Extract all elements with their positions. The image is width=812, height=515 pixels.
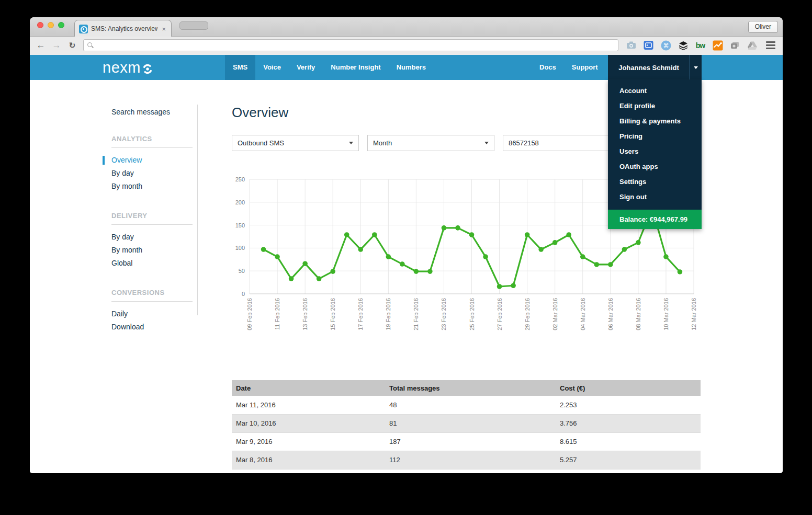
svg-text:13 Feb 2016: 13 Feb 2016: [302, 298, 308, 330]
back-icon[interactable]: ←: [35, 41, 47, 50]
svg-text:12 Mar 2016: 12 Mar 2016: [691, 298, 697, 330]
svg-text:50: 50: [239, 268, 245, 274]
sidebar-search-messages-link[interactable]: Search messages: [111, 108, 193, 116]
nav-item-voice[interactable]: Voice: [255, 55, 289, 80]
price-tag-icon[interactable]: [643, 40, 654, 51]
close-window-button[interactable]: [37, 22, 43, 28]
table-cell: 48: [385, 396, 556, 414]
window-controls: [37, 22, 64, 28]
nav-item-support[interactable]: Support: [564, 55, 606, 80]
nav-item-numbers[interactable]: Numbers: [389, 55, 434, 80]
svg-text:21 Feb 2016: 21 Feb 2016: [413, 298, 419, 330]
sidebar-item-analytics-by-day[interactable]: By day: [111, 167, 193, 180]
svg-text:100: 100: [235, 245, 245, 251]
main-nav: SMS Voice Verify Number Insight Numbers: [225, 55, 434, 80]
table-column-header: Cost (€): [556, 380, 701, 396]
nexmo-logo-o-icon: [142, 63, 153, 75]
address-bar[interactable]: [83, 39, 618, 51]
user-menu-button[interactable]: Johannes Schmidt: [608, 55, 702, 80]
svg-text:29 Feb 2016: 29 Feb 2016: [524, 298, 531, 330]
menu-item-pricing[interactable]: Pricing: [608, 129, 702, 144]
sidebar-item-delivery-by-day[interactable]: By day: [111, 231, 193, 244]
browser-tab[interactable]: SMS: Analytics overview ×: [74, 20, 172, 37]
nav-item-sms[interactable]: SMS: [225, 55, 255, 80]
chevron-down-icon: [694, 66, 698, 69]
table-cell: 187: [385, 432, 556, 451]
table-row: Mar 10, 2016813.756: [232, 414, 701, 432]
table-cell: 112: [385, 451, 556, 469]
period-select[interactable]: Month: [367, 135, 494, 151]
minimize-window-button[interactable]: [48, 22, 54, 28]
svg-text:15 Feb 2016: 15 Feb 2016: [330, 298, 336, 330]
svg-text:10 Mar 2016: 10 Mar 2016: [663, 298, 669, 330]
user-dropdown-menu: AccountEdit profileBilling & paymentsPri…: [608, 79, 702, 229]
secondary-nav: Docs Support: [532, 55, 606, 80]
menu-icon[interactable]: [766, 41, 775, 49]
svg-text:19 Feb 2016: 19 Feb 2016: [385, 298, 391, 330]
chevron-down-icon: [484, 142, 489, 144]
svg-text:08 Mar 2016: 08 Mar 2016: [635, 298, 641, 330]
messages-table: DateTotal messagesCost (€) Mar 11, 20164…: [232, 380, 701, 470]
camera-icon[interactable]: [626, 40, 637, 51]
tab-close-icon[interactable]: ×: [161, 25, 167, 33]
sidebar-item-overview[interactable]: Overview: [111, 154, 193, 167]
filters-row: Outbound SMS Month: [232, 135, 639, 151]
table-header-row: DateTotal messagesCost (€): [232, 380, 701, 396]
message-type-select[interactable]: Outbound SMS: [232, 135, 359, 151]
sidebar-item-daily[interactable]: Daily: [111, 307, 193, 321]
command-icon[interactable]: ⌘: [660, 40, 671, 51]
table-cell: 81: [385, 414, 556, 432]
nav-item-verify[interactable]: Verify: [289, 55, 323, 80]
layers-icon[interactable]: [678, 40, 689, 51]
nav-item-docs[interactable]: Docs: [532, 55, 564, 80]
svg-text:200: 200: [235, 199, 245, 205]
nav-item-number-insight[interactable]: Number Insight: [323, 55, 388, 80]
user-name: Johannes Schmidt: [608, 64, 690, 72]
search-icon: [87, 42, 93, 48]
svg-text:25 Feb 2016: 25 Feb 2016: [469, 298, 475, 330]
table-column-header: Date: [232, 380, 385, 396]
sidebar-section-title: ANALYTICS: [111, 135, 193, 148]
svg-text:23 Feb 2016: 23 Feb 2016: [441, 298, 447, 330]
user-menu-caret[interactable]: [690, 66, 702, 69]
menu-item-sign-out[interactable]: Sign out: [608, 189, 702, 204]
table-row: Mar 8, 20161125.257: [232, 451, 701, 469]
sidebar-item-delivery-by-month[interactable]: By month: [111, 244, 193, 257]
menu-item-oauth-apps[interactable]: OAuth apps: [608, 159, 702, 174]
svg-text:04 Mar 2016: 04 Mar 2016: [580, 298, 586, 330]
svg-text:27 Feb 2016: 27 Feb 2016: [497, 298, 503, 330]
sidebar-item-download[interactable]: Download: [111, 321, 193, 334]
message-type-value: Outbound SMS: [238, 139, 349, 147]
sidebar-item-analytics-by-month[interactable]: By month: [111, 180, 193, 193]
zoom-window-button[interactable]: [58, 22, 64, 28]
drive-icon[interactable]: [747, 40, 758, 51]
menu-item-users[interactable]: Users: [608, 144, 702, 159]
menu-item-edit-profile[interactable]: Edit profile: [608, 98, 702, 113]
reload-icon[interactable]: ↻: [66, 41, 78, 49]
tab-title: SMS: Analytics overview: [91, 25, 157, 32]
nexmo-logo-text: nexm: [103, 59, 141, 76]
menu-item-settings[interactable]: Settings: [608, 174, 702, 189]
photos-icon[interactable]: [729, 40, 740, 51]
svg-text:150: 150: [235, 222, 245, 228]
forward-icon[interactable]: →: [51, 41, 62, 50]
bw-icon[interactable]: bw: [695, 40, 706, 51]
page-title: Overview: [232, 105, 288, 121]
sidebar: Search messages ANALYTICS Overview By da…: [111, 108, 193, 334]
table-cell: 8.615: [556, 432, 701, 451]
browser-window: SMS: Analytics overview × Oliver ← → ↻: [30, 17, 783, 473]
table-cell: 3.756: [556, 414, 701, 432]
sidebar-section-conversions: CONVERSIONS Daily Download: [111, 289, 193, 334]
sidebar-item-global[interactable]: Global: [111, 257, 193, 270]
menu-item-account[interactable]: Account: [608, 83, 702, 98]
sidebar-section-delivery: DELIVERY By day By month Global: [111, 212, 193, 270]
svg-text:250: 250: [235, 176, 245, 182]
browser-titlebar: SMS: Analytics overview × Oliver: [30, 17, 783, 37]
table-row: Mar 11, 2016482.253: [232, 396, 701, 414]
new-tab-button[interactable]: [179, 21, 208, 30]
analytics-icon[interactable]: [712, 40, 723, 51]
menu-item-billing-payments[interactable]: Billing & payments: [608, 113, 702, 129]
sidebar-section-title: CONVERSIONS: [111, 289, 193, 302]
nexmo-logo[interactable]: nexm: [103, 55, 153, 80]
browser-profile-button[interactable]: Oliver: [748, 21, 778, 33]
